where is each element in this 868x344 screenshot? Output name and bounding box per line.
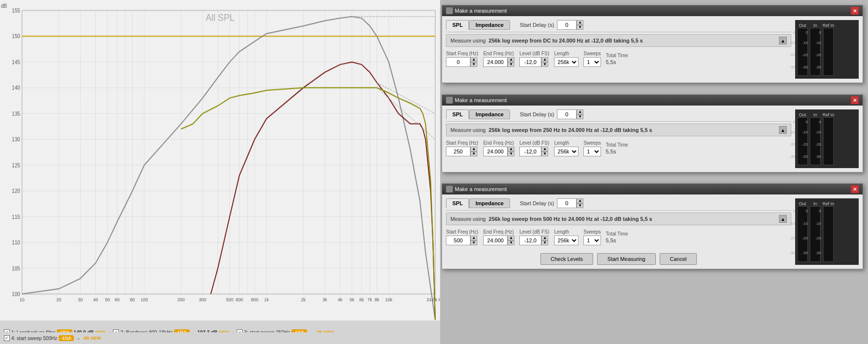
dialog-2-delay-down[interactable]: ▼: [577, 114, 583, 119]
dialog-2-tab-spl[interactable]: SPL: [446, 109, 469, 119]
dialog-2-level-up[interactable]: ▲: [541, 147, 548, 151]
dialog-1-close-button[interactable]: ✕: [851, 7, 859, 15]
check-levels-button[interactable]: Check Levels: [540, 253, 593, 265]
dialog-1-titlebar[interactable]: Make a measurement ✕: [442, 5, 863, 16]
dialog-2-sweeps-select[interactable]: 1: [583, 147, 601, 156]
dialog-3-start-freq-input[interactable]: [446, 236, 470, 245]
dialog-3-icon: [446, 186, 453, 193]
dialog-1-tab-impedance[interactable]: Impedance: [469, 20, 510, 30]
dialog-3-tab-impedance[interactable]: Impedance: [469, 198, 510, 208]
dialog-1-totaltime-group: Total Time 5,5s: [606, 53, 628, 65]
dialog-1-length-select[interactable]: 256k: [554, 57, 579, 67]
dialog-2-params: Start Freq (Hz) ▲ ▼ End Freq (Hz): [446, 140, 791, 156]
dialog-1-tab-spl[interactable]: SPL: [446, 20, 469, 30]
dialog-1-level-up[interactable]: ▲: [541, 57, 548, 62]
dialog-3-length-select[interactable]: 256k: [554, 236, 579, 245]
dialog-2-tab-row: SPL Impedance Start Delay (s) ▲ ▼: [446, 109, 791, 119]
dialog-1-totaltime-value: 5,5s: [606, 59, 628, 65]
dialog-2-delay-up[interactable]: ▲: [577, 109, 583, 114]
dialog-2-totaltime-group: Total Time 5,5s: [606, 142, 628, 154]
dialog-3-start-freq-up[interactable]: ▲: [470, 236, 477, 240]
dialog-2-collapse-btn[interactable]: ▲: [779, 126, 787, 134]
dialog-1-title-text: Make a measurement: [455, 8, 507, 14]
dialog-2-end-freq-input[interactable]: [483, 147, 508, 156]
dialog-1-start-freq-input[interactable]: [446, 57, 470, 67]
dialog-3-title-text: Make a measurement: [455, 186, 507, 192]
dialog-2-end-freq-down[interactable]: ▼: [508, 151, 514, 156]
dialog-3-delay-down[interactable]: ▼: [577, 203, 583, 208]
dialog-3-tab-spl[interactable]: SPL: [446, 198, 469, 208]
dialog-1-measure-desc-text: Measure using 256k log sweep from DC to …: [450, 38, 643, 43]
dialog-2-titlebar[interactable]: Make a measurement ✕: [442, 95, 863, 106]
dialog-2-end-freq-input-group: ▲ ▼: [483, 147, 514, 156]
dialog-2-tab-impedance[interactable]: Impedance: [469, 109, 510, 119]
dialog-3-level-down[interactable]: ▼: [541, 240, 548, 245]
dialog-1-end-freq-up[interactable]: ▲: [508, 57, 514, 62]
dialog-1-delay-label: Start Delay (s): [520, 22, 554, 28]
dialog-3-level-up[interactable]: ▲: [541, 236, 548, 240]
dialog-2-start-freq-up[interactable]: ▲: [470, 147, 477, 151]
legend-checkbox-4[interactable]: [4, 335, 10, 341]
dialog-1-delay-input[interactable]: [557, 20, 577, 30]
dialog-3-titlebar[interactable]: Make a measurement ✕: [442, 184, 863, 194]
dialog-2-in-label: In: [813, 112, 817, 117]
dialog-3-delay-input[interactable]: [557, 198, 577, 208]
dialog-1-tab-row: SPL Impedance Start Delay (s) ▲ ▼: [446, 20, 791, 30]
dialog-2-level-input[interactable]: [519, 147, 541, 156]
dialog-2-refin-label: Ref In: [823, 112, 834, 117]
dialog-1-end-freq-down[interactable]: ▼: [508, 62, 514, 67]
dialog-3-start-freq-down[interactable]: ▼: [470, 240, 477, 245]
dialog-2-start-freq-input[interactable]: [446, 147, 470, 156]
main-graph: 1: Loopback no filter -1/12- 149,9 dB NE…: [0, 0, 440, 344]
dialog-1-sweeps-select[interactable]: 1: [583, 57, 601, 67]
dialog-3-start-freq-input-group: ▲ ▼: [446, 236, 478, 245]
dialog-1-end-freq-group: End Freq (Hz) ▲ ▼: [483, 51, 514, 67]
dialog-1-start-freq-label: Start Freq (Hz): [446, 51, 478, 56]
dialog-1-end-freq-input[interactable]: [483, 57, 508, 67]
dialog-2-delay-label: Start Delay (s): [520, 111, 554, 117]
legend-item-4: 4: start sweep 500Hz -1/12- → dB NEW: [4, 335, 101, 341]
dialog-3-delay-up[interactable]: ▲: [577, 198, 583, 203]
dialog-3-start-freq-group: Start Freq (Hz) ▲ ▼: [446, 229, 478, 245]
dialog-1-length-label: Length: [554, 51, 579, 56]
dialog-3-collapse-btn[interactable]: ▲: [779, 215, 787, 223]
legend-badge-4[interactable]: -1/12-: [59, 335, 74, 341]
dialog-1-level-down[interactable]: ▼: [541, 62, 548, 67]
dialog-3-end-freq-input[interactable]: [483, 236, 508, 245]
dialog-2-length-select[interactable]: 256k: [554, 147, 579, 156]
legend-new-4: dB: [83, 336, 89, 341]
dialog-3-refin-track: 0 -10 -20 -30: [823, 206, 834, 262]
dialog-2-level-down[interactable]: ▼: [541, 151, 548, 156]
cancel-button[interactable]: Cancel: [660, 253, 697, 265]
dialog-3-delay-label: Start Delay (s): [520, 200, 554, 206]
dialog-3-end-freq-up[interactable]: ▲: [508, 236, 514, 240]
dialog-2-delay-input[interactable]: [557, 109, 577, 119]
dialog-1-level-input-group: ▲ ▼: [519, 57, 549, 67]
dialog-1-collapse-btn[interactable]: ▲: [779, 37, 787, 44]
dialog-1-delay-up[interactable]: ▲: [577, 20, 583, 25]
dialog-3-totaltime-value: 5,5s: [606, 237, 628, 243]
dialog-2-start-freq-label: Start Freq (Hz): [446, 140, 478, 146]
dialog-3-level-group: Level (dB FS) ▲ ▼: [519, 229, 549, 245]
dialog-2-close-button[interactable]: ✕: [851, 96, 859, 104]
dialog-2-totaltime-label: Total Time: [606, 142, 628, 148]
dialog-3-level-input[interactable]: [519, 236, 541, 245]
dialog-2-start-freq-down[interactable]: ▼: [470, 151, 477, 156]
dialog-1-delay-spinners: ▲ ▼: [577, 20, 583, 30]
dialog-3-close-button[interactable]: ✕: [851, 185, 859, 193]
dialog-1-level-group: Level (dB FS) ▲ ▼: [519, 51, 549, 67]
dialog-2-sweeps-group: Sweeps 1: [583, 140, 601, 156]
dialog-2-end-freq-up[interactable]: ▲: [508, 147, 514, 151]
dialog-3-end-freq-down[interactable]: ▼: [508, 240, 514, 245]
dialog-1-delay-down[interactable]: ▼: [577, 25, 583, 30]
dialog-3-tab-row: SPL Impedance Start Delay (s) ▲ ▼: [446, 198, 791, 208]
legend-new-4b: NEW: [90, 336, 101, 341]
dialog-1-start-freq-down[interactable]: ▼: [470, 62, 477, 67]
dialog-3-body: SPL Impedance Start Delay (s) ▲ ▼ Measur…: [442, 194, 863, 269]
dialog-1-level-input[interactable]: [519, 57, 541, 67]
dialog-2-refin-meter: Ref In 0 -10 -20 -30: [823, 112, 834, 165]
dialog-2-sweeps-label: Sweeps: [583, 140, 601, 146]
start-measuring-button[interactable]: Start Measuring: [597, 253, 656, 265]
dialog-1-start-freq-up[interactable]: ▲: [470, 57, 477, 62]
dialog-3-sweeps-select[interactable]: 1: [583, 236, 601, 245]
